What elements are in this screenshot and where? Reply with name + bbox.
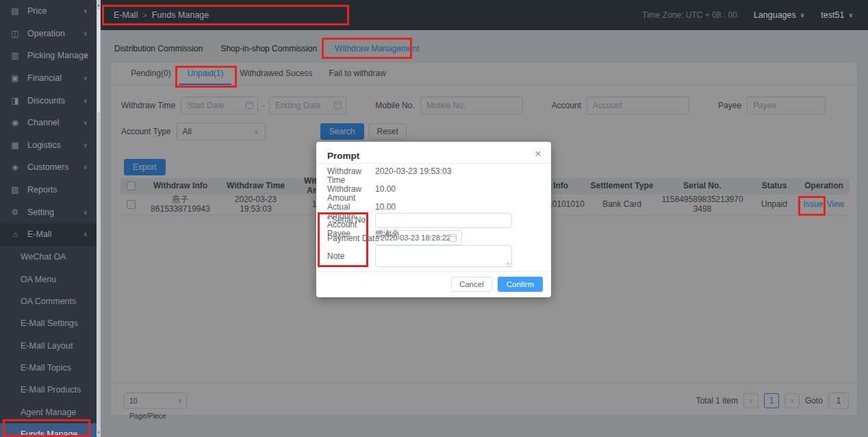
sidebar-item-label: Logistics: [27, 140, 61, 150]
channel-icon: ◉: [10, 118, 20, 127]
note-label: Note: [327, 251, 344, 261]
sidebar-item-channel[interactable]: ◉ Channel: [0, 112, 97, 134]
chevron-down-icon: [800, 12, 805, 18]
payment-date-value: 2020-03-23 18:28:22: [381, 234, 450, 242]
setting-icon: ⚙: [10, 208, 20, 217]
chevron-down-icon: [83, 52, 88, 59]
chevron-up-icon: [83, 231, 88, 238]
picking-manage-icon: ▥: [10, 51, 20, 60]
sidebar-item-label: Setting: [27, 208, 54, 217]
sidebar-item-label: E-Mall: [27, 229, 51, 239]
payment-date-input[interactable]: 2020-03-23 18:28:22: [375, 230, 462, 245]
sidebar-item-setting[interactable]: ⚙ Setting: [0, 201, 97, 223]
logistics-icon: ▦: [10, 140, 20, 150]
breadcrumb-parent[interactable]: E-Mall: [114, 10, 138, 20]
sidebar-item-label: Price: [27, 6, 47, 16]
sidebar-item-discounts[interactable]: ◨ Discounts: [0, 89, 97, 112]
sidebar-item-emall[interactable]: ⌂ E-Mall: [0, 223, 97, 246]
breadcrumb-current: Funds Manage: [152, 10, 209, 20]
emall-icon: ⌂: [10, 229, 20, 239]
scroll-up-icon[interactable]: ▲: [97, 1, 101, 8]
sidebar-item-reports[interactable]: ▨ Reports: [0, 179, 97, 201]
sidebar-item-oa-comments[interactable]: OA Comments: [0, 290, 97, 312]
sidebar-item-oa-menu[interactable]: OA Menu: [0, 268, 97, 290]
chevron-down-icon: [83, 142, 88, 149]
sidebar-item-label: E-Mall Topics: [21, 363, 71, 373]
sidebar-item-operation[interactable]: ◫ Operation: [0, 23, 97, 45]
timezone-label: Time Zone: UTC + 08 : 00: [642, 10, 737, 20]
sidebar-item-wechat-oa[interactable]: WeChat OA: [0, 246, 97, 268]
chevron-down-icon: [83, 209, 88, 216]
user-menu[interactable]: test51: [821, 10, 853, 20]
payment-date-label: Payment Date: [327, 234, 379, 243]
breadcrumb: E-Mall > Funds Manage: [114, 10, 209, 20]
sidebar-item-customers[interactable]: ◈ Customers: [0, 156, 97, 179]
sidebar-item-label: Operation: [27, 29, 65, 38]
chevron-down-icon: [83, 30, 88, 37]
confirm-button[interactable]: Confirm: [498, 277, 543, 292]
info-value: 2020-03-23 19:53:03: [375, 167, 540, 185]
sidebar-item-funds-manage[interactable]: Funds Manage: [0, 423, 97, 437]
info-label: Withdraw Amount: [327, 185, 375, 203]
sidebar-item-label: Channel: [27, 118, 60, 127]
customers-icon: ◈: [10, 162, 20, 172]
sidebar-item-label: OA Menu: [21, 275, 56, 284]
sidebar-item-label: Funds Manage: [21, 429, 77, 437]
prompt-dialog: Prompt × Withdraw Time2020-03-23 19:53:0…: [316, 142, 551, 297]
calendar-icon: [449, 234, 457, 242]
breadcrumb-separator: >: [142, 11, 146, 19]
sidebar-item-label: Picking Manage: [27, 51, 88, 60]
info-label: Withdraw Time: [327, 167, 375, 185]
chevron-down-icon: [83, 164, 88, 171]
required-asterisk: *: [327, 215, 331, 225]
close-icon[interactable]: ×: [535, 147, 541, 161]
sidebar: ▤ Price ◫ Operation ▥ Picking Manage ▣ F…: [0, 0, 97, 437]
sidebar-item-label: Discounts: [27, 96, 65, 105]
sidebar-item-financial[interactable]: ▣ Financial: [0, 67, 97, 90]
sidebar-item-emall-products[interactable]: E-Mall Products: [0, 379, 97, 401]
languages-label: Languages: [754, 10, 796, 20]
dialog-title: Prompt: [327, 151, 359, 161]
chevron-down-icon: [848, 12, 853, 18]
sidebar-item-label: E-Mall Layout: [21, 341, 73, 351]
sidebar-item-label: E-Mall Settings: [21, 319, 78, 328]
sidebar-item-price[interactable]: ▤ Price: [0, 0, 97, 23]
sidebar-item-label: WeChat OA: [21, 252, 66, 262]
price-icon: ▤: [10, 6, 20, 16]
sidebar-item-agent-manage[interactable]: Agent Manage: [0, 401, 97, 423]
funds-manage-page: ▤ Price ◫ Operation ▥ Picking Manage ▣ F…: [0, 0, 868, 437]
serial-no-label-text: Serial No.: [332, 215, 368, 225]
chevron-down-icon: [83, 97, 88, 104]
reports-icon: ▨: [10, 185, 20, 195]
sidebar-item-label: E-Mall Products: [21, 385, 81, 395]
sidebar-item-logistics[interactable]: ▦ Logistics: [0, 134, 97, 157]
chevron-down-icon: [83, 119, 88, 126]
financial-icon: ▣: [10, 73, 20, 83]
languages-menu[interactable]: Languages: [754, 10, 804, 20]
serial-no-input[interactable]: [375, 213, 512, 228]
sidebar-item-emall-topics[interactable]: E-Mall Topics: [0, 357, 97, 379]
chevron-down-icon: [83, 8, 88, 14]
serial-no-label: *Serial No.: [327, 215, 368, 225]
username-label: test51: [821, 10, 844, 20]
sidebar-item-label: Customers: [27, 162, 68, 172]
sidebar-item-emall-settings[interactable]: E-Mall Settings: [0, 312, 97, 334]
top-header: E-Mall > Funds Manage Time Zone: UTC + 0…: [97, 0, 868, 30]
sidebar-item-label: Financial: [27, 73, 62, 83]
sidebar-item-label: OA Comments: [21, 297, 76, 306]
discounts-icon: ◨: [10, 96, 20, 105]
scrollbar-thumb[interactable]: [97, 10, 100, 112]
sidebar-item-emall-layout[interactable]: E-Mall Layout: [0, 335, 97, 357]
operation-icon: ◫: [10, 29, 20, 38]
info-value: 10.00: [375, 185, 540, 203]
resize-handle[interactable]: [507, 262, 511, 267]
note-textarea[interactable]: [375, 245, 512, 267]
cancel-button[interactable]: Cancel: [451, 277, 492, 292]
sidebar-item-label: Agent Manage: [21, 408, 76, 417]
sidebar-item-picking-manage[interactable]: ▥ Picking Manage: [0, 45, 97, 67]
sidebar-item-label: Reports: [27, 185, 58, 195]
chevron-down-icon: [83, 75, 88, 82]
